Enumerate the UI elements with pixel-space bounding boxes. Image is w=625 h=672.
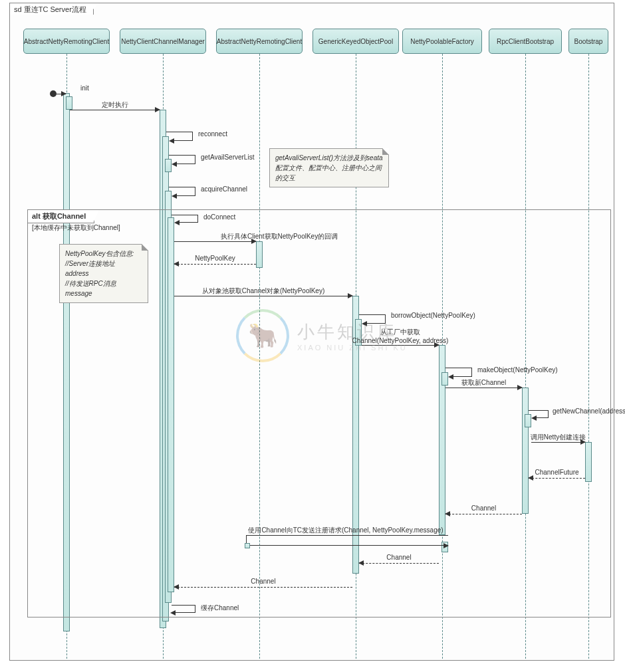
frame-title: sd 重连TC Server流程 (9, 3, 94, 15)
msg-borrow: borrowObject(NettyPoolKey) (359, 314, 386, 324)
sequence-frame: sd 重连TC Server流程 AbstractNettyRemotingCl… (9, 3, 614, 661)
found-start (50, 90, 57, 97)
msg-channel-3: Channel (174, 587, 352, 600)
diagram-canvas: sd 重连TC Server流程 AbstractNettyRemotingCl… (0, 0, 625, 672)
msg-getnewchannel: getNewChannel(address) (529, 410, 549, 418)
msg-reconnect: reconnect (166, 132, 193, 141)
participant-1: NettyClientChannelManager (120, 29, 206, 54)
msg-poolkey: NettyPoolKey (174, 264, 256, 277)
alt-guard: [本地缓存中未获取到Channel] (32, 223, 120, 233)
participant-0: AbstractNettyRemotingClient (23, 29, 110, 54)
msg-getnew-label: 获取新Channel (445, 388, 522, 401)
msg-doconnect: doConnect (172, 215, 198, 223)
note-poolkey: NettyPoolKey包含信息: //Server连接地址 address /… (59, 244, 148, 303)
msg-channelfuture: ChannelFuture (529, 478, 585, 491)
participant-2: AbstractNettyRemotingClient (216, 29, 303, 54)
msg-acquire: acquireChannel (169, 187, 195, 196)
msg-init: init (57, 94, 66, 107)
msg-callback: 执行具体Client获取NettyPoolKey的回调 (174, 241, 256, 255)
msg-cache: 缓存Channel (172, 605, 195, 613)
alt-label: alt 获取Channel (27, 209, 94, 223)
note-getavail: getAvaliServerList()方法涉及到seata配置文件、配置中心、… (269, 148, 389, 187)
msg-timer: 定时执行 (70, 110, 160, 123)
msg-channel-2: Channel (359, 563, 439, 576)
msg-register: 使用Channel向TC发送注册请求(Channel, NettyPoolKey… (246, 535, 448, 546)
participant-3: GenericKeyedObjectPool (312, 29, 399, 54)
msg-callnetty: 调用Netty创建连接 (531, 442, 585, 455)
participant-4: NettyPoolableFactory (402, 29, 482, 54)
msg-channel-1: Channel (445, 514, 522, 527)
participant-5: RpcClientBootstrap (489, 29, 562, 54)
msg-fromfactory: 从工厂中获取Channel(NettyPoolKey, address) (362, 345, 439, 358)
frame-title-text: sd 重连TC Server流程 (14, 5, 86, 13)
msg-frompool: 从对象池获取Channel对象(NettyPoolKey) (174, 296, 352, 309)
msg-getavail: getAvailServerList (169, 155, 195, 164)
participant-6: Bootstrap (568, 29, 608, 54)
activation-0b (66, 96, 72, 110)
msg-makeobject: makeObject(NettyPoolKey) (445, 368, 472, 377)
